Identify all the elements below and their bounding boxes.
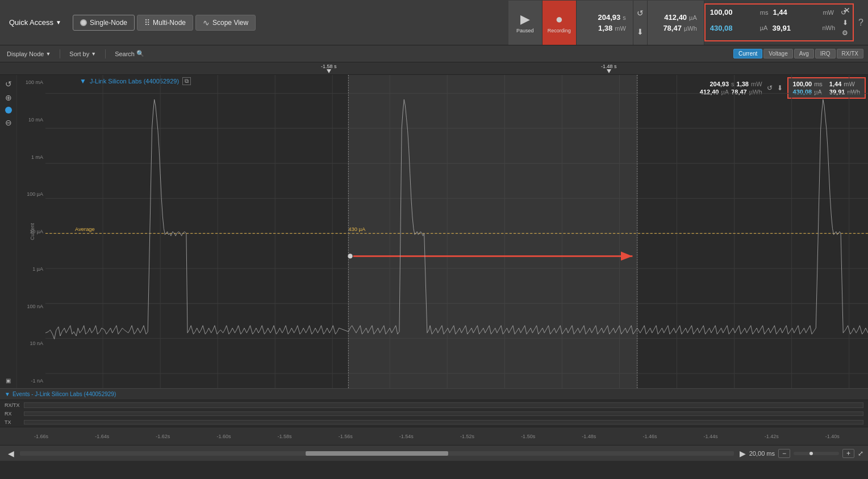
- events-rxtx-track: [24, 402, 863, 408]
- top-icons-col1: ↺ ⬇: [633, 1, 648, 45]
- quick-access-label: Quick Access: [9, 18, 53, 27]
- zoom-in-icon[interactable]: ⊕: [5, 93, 12, 102]
- y-label-1ua: 1 µA: [19, 266, 43, 272]
- zoom-out-button[interactable]: −: [778, 449, 790, 458]
- tl-label-1: -1.64s: [95, 434, 109, 439]
- chart-area: Current 100 mA 10 mA 1 mA 100 µA 10 µA 1…: [17, 75, 868, 388]
- toolbar-separator-1: [60, 49, 60, 58]
- sort-by-dropdown[interactable]: Sort by ▼: [67, 49, 98, 58]
- zoom-out-icon[interactable]: ⊖: [5, 118, 12, 127]
- stat-energy-unit: µWh: [684, 24, 697, 32]
- center-controls: ▶ Paused ● Recording 204,93 s 1,38 mW ↺ …: [508, 1, 854, 45]
- bottom-timeline: -1.66s -1.64s -1.62s -1.60s -1.58s -1.56…: [0, 427, 868, 445]
- single-node-label: Single-Node: [90, 19, 127, 27]
- y-label-100ma: 100 mA: [19, 79, 43, 85]
- events-body: RX/TX RX TX: [0, 400, 868, 427]
- undo-icon[interactable]: ↺: [5, 79, 12, 89]
- quick-access-menu[interactable]: Quick Access ▼: [5, 16, 66, 29]
- tl-label-10: -1.46s: [642, 434, 657, 439]
- scrollbar-track[interactable]: [20, 451, 734, 456]
- quick-access-chevron: ▼: [56, 19, 61, 26]
- cursor-right-marker: -1.48 s: [601, 64, 617, 73]
- sort-by-chevron: ▼: [91, 51, 96, 57]
- stat-time-val: 204,93: [598, 13, 621, 22]
- zoom-fit-button[interactable]: ⤢: [858, 449, 863, 457]
- svg-point-34: [348, 254, 352, 259]
- stat-power-unit: mW: [615, 24, 626, 32]
- events-track-tx: TX: [5, 418, 863, 426]
- scrollbar-thumb[interactable]: [306, 451, 448, 456]
- left-sidebar: ↺ ⊕ ⊖ ▣: [0, 75, 17, 388]
- stat-current-val: 412,40: [664, 13, 687, 22]
- zoom-value-label: 20,00 ms: [749, 450, 775, 457]
- rxtx-toggle[interactable]: RX/TX: [837, 49, 863, 58]
- range-icon[interactable]: ▣: [6, 377, 11, 384]
- multi-node-icon: ⠿: [144, 18, 150, 27]
- popup-close-button[interactable]: ✕: [844, 6, 850, 15]
- zoom-in-button[interactable]: +: [842, 449, 854, 458]
- popup-download-icon[interactable]: ⬇: [842, 19, 848, 27]
- scroll-left-button[interactable]: ◀: [5, 448, 18, 459]
- tl-label-5: -1.56s: [339, 434, 353, 439]
- y-label-10ma: 10 mA: [19, 117, 43, 123]
- display-node-chevron: ▼: [45, 51, 51, 57]
- tl-label-13: -1.40s: [825, 434, 840, 439]
- stat-power-val: 1,38: [598, 24, 612, 32]
- zoom-controls: 20,00 ms − + ⤢: [749, 449, 863, 458]
- voltage-toggle[interactable]: Voltage: [763, 49, 792, 58]
- tl-label-4: -1.58s: [278, 434, 292, 439]
- events-rxtx-label: RX/TX: [5, 402, 22, 408]
- popup-nwh-val: 39,91: [772, 24, 817, 32]
- events-rx-track: [24, 411, 863, 416]
- search-item[interactable]: Search 🔍: [112, 49, 147, 58]
- popup-ms-unit: ms: [760, 9, 769, 16]
- cursor-right-label: -1.48 s: [601, 64, 617, 69]
- scope-view-label: Scope View: [212, 19, 248, 27]
- popup-mw-unit: mW: [823, 9, 834, 16]
- popup-settings-icon[interactable]: ⚙: [842, 29, 848, 37]
- tl-label-8: -1.50s: [521, 434, 535, 439]
- y-label-100na: 100 nA: [19, 304, 43, 309]
- tl-label-6: -1.54s: [399, 434, 414, 439]
- current-toggle[interactable]: Current: [733, 49, 762, 58]
- y-label-neg1na: -1 nA: [19, 378, 43, 384]
- stat-energy-val: 78,47: [663, 24, 682, 32]
- events-track-rx: RX: [5, 410, 863, 418]
- scroll-right-button[interactable]: ▶: [736, 448, 749, 459]
- download-icon[interactable]: ⬇: [636, 26, 645, 37]
- cursor-right-triangle: [607, 69, 611, 73]
- events-rx-label: RX: [5, 411, 22, 417]
- zoom-slider[interactable]: [794, 452, 839, 455]
- single-node-button[interactable]: Single-Node: [73, 15, 135, 31]
- toolbar-row: Display Node ▼ Sort by ▼ Search 🔍 Curren…: [0, 45, 868, 62]
- reset-icon[interactable]: ↺: [636, 7, 645, 19]
- display-node-dropdown[interactable]: Display Node ▼: [5, 49, 53, 58]
- timeline-labels-container: -1.66s -1.64s -1.62s -1.60s -1.58s -1.56…: [0, 434, 868, 439]
- record-button[interactable]: ● Recording: [542, 1, 577, 45]
- tl-label-11: -1.44s: [704, 434, 718, 439]
- events-tx-track: [24, 420, 863, 425]
- help-icon[interactable]: ?: [858, 18, 863, 28]
- multi-node-label: Multi-Node: [153, 19, 186, 27]
- chart-canvas-area: ▼ J-Link Silicon Labs (440052929) ⧉ 204,…: [45, 75, 868, 388]
- events-section: ▼ Events - J-Link Silicon Labs (44005292…: [0, 388, 868, 427]
- tl-label-3: -1.60s: [216, 434, 231, 439]
- events-title-label: Events - J-Link Silicon Labs (440052929): [12, 391, 116, 397]
- popup-mw-val: 1,44: [773, 8, 818, 16]
- irq-toggle[interactable]: IRQ: [815, 49, 836, 58]
- y-axis-label: Current: [30, 223, 35, 240]
- svg-rect-25: [348, 75, 637, 388]
- tl-label-9: -1.48s: [582, 434, 596, 439]
- pause-button[interactable]: ▶ Paused: [508, 1, 542, 45]
- scope-view-button[interactable]: ∿ Scope View: [195, 15, 256, 31]
- multi-node-button[interactable]: ⠿ Multi-Node: [137, 15, 193, 31]
- waveform-svg: Average 430 µA: [45, 75, 868, 388]
- display-node-label: Display Node: [7, 51, 44, 57]
- avg-toggle[interactable]: Avg: [794, 49, 814, 58]
- tl-label-2: -1.62s: [156, 434, 170, 439]
- zoom-slider-thumb[interactable]: [809, 452, 813, 455]
- cursor-left-marker: -1.58 s: [321, 64, 337, 73]
- cursor-left-triangle: [327, 69, 331, 73]
- bottom-nav: ◀ ▶ 20,00 ms − + ⤢: [0, 445, 868, 461]
- scope-view-icon: ∿: [203, 18, 210, 27]
